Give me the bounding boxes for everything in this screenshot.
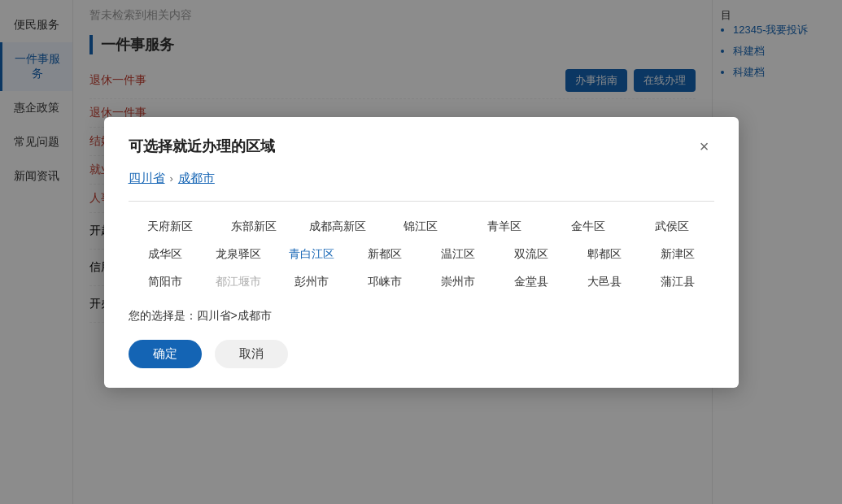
selection-text: 您的选择是：四川省>成都市: [129, 309, 714, 324]
area-tianfu[interactable]: 天府新区: [129, 216, 212, 237]
area-jintang[interactable]: 金堂县: [495, 272, 568, 293]
area-pengzhou[interactable]: 彭州市: [275, 272, 348, 293]
cancel-button[interactable]: 取消: [215, 340, 288, 368]
modal-header: 可选择就近办理的区域 ×: [129, 137, 714, 156]
area-dayi[interactable]: 大邑县: [568, 272, 641, 293]
area-jinjiang[interactable]: 锦江区: [379, 216, 463, 237]
modal-footer: 确定 取消: [129, 340, 714, 368]
area-chongzhou[interactable]: 崇州市: [421, 272, 495, 293]
breadcrumb-province[interactable]: 四川省: [129, 171, 165, 186]
area-xinjin[interactable]: 新津区: [641, 244, 714, 265]
area-qionglai[interactable]: 邛崃市: [348, 272, 421, 293]
area-jianyang[interactable]: 简阳市: [129, 272, 202, 293]
breadcrumb-arrow: ›: [170, 172, 173, 185]
modal-dialog: 可选择就近办理的区域 × 四川省 › 成都市 天府新区 东部新区 成都高新区 锦…: [104, 117, 739, 388]
modal-breadcrumb: 四川省 › 成都市: [129, 171, 714, 186]
breadcrumb-city[interactable]: 成都市: [178, 171, 215, 186]
area-pujiang[interactable]: 蒲江县: [641, 272, 714, 293]
area-qingbaijiang[interactable]: 青白江区: [275, 244, 348, 265]
modal-overlay: 可选择就近办理的区域 × 四川省 › 成都市 天府新区 东部新区 成都高新区 锦…: [0, 0, 842, 504]
area-chenghua[interactable]: 成华区: [129, 244, 202, 265]
area-longquan[interactable]: 龙泉驿区: [202, 244, 275, 265]
area-wenjiang[interactable]: 温江区: [421, 244, 495, 265]
modal-divider: [129, 201, 714, 202]
area-dujiangyan: 都江堰市: [202, 272, 275, 293]
area-dongbu[interactable]: 东部新区: [212, 216, 295, 237]
area-gaoxin[interactable]: 成都高新区: [295, 216, 379, 237]
area-qingyang[interactable]: 青羊区: [463, 216, 547, 237]
area-xindu[interactable]: 新都区: [348, 244, 421, 265]
area-shuangliu[interactable]: 双流区: [495, 244, 568, 265]
area-grid-row1: 天府新区 东部新区 成都高新区 锦江区 青羊区 金牛区 武侯区: [129, 216, 714, 237]
area-jinniu[interactable]: 金牛区: [547, 216, 630, 237]
modal-close-button[interactable]: ×: [695, 137, 714, 156]
area-wuhou[interactable]: 武侯区: [630, 216, 714, 237]
area-pidu[interactable]: 郫都区: [568, 244, 641, 265]
confirm-button[interactable]: 确定: [129, 340, 202, 368]
modal-title: 可选择就近办理的区域: [129, 137, 275, 156]
